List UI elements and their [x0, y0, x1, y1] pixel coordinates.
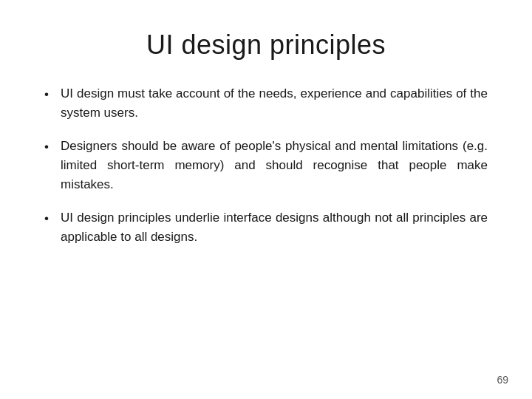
bullet-list: • UI design must take account of the nee… — [44, 84, 488, 369]
list-item: • UI design must take account of the nee… — [44, 84, 488, 123]
bullet-text-2: Designers should be aware of people's ph… — [61, 137, 488, 195]
bullet-dot-1: • — [44, 85, 61, 104]
bullet-dot-3: • — [44, 209, 61, 228]
bullet-text-3: UI design principles underlie interface … — [61, 208, 488, 248]
list-item: • UI design principles underlie interfac… — [44, 208, 488, 248]
slide: UI design principles • UI design must ta… — [0, 0, 532, 399]
bullet-dot-2: • — [44, 137, 61, 157]
slide-title: UI design principles — [44, 30, 488, 61]
bullet-text-1: UI design must take account of the needs… — [61, 84, 488, 123]
list-item: • Designers should be aware of people's … — [44, 137, 488, 195]
page-number: 69 — [497, 374, 508, 386]
